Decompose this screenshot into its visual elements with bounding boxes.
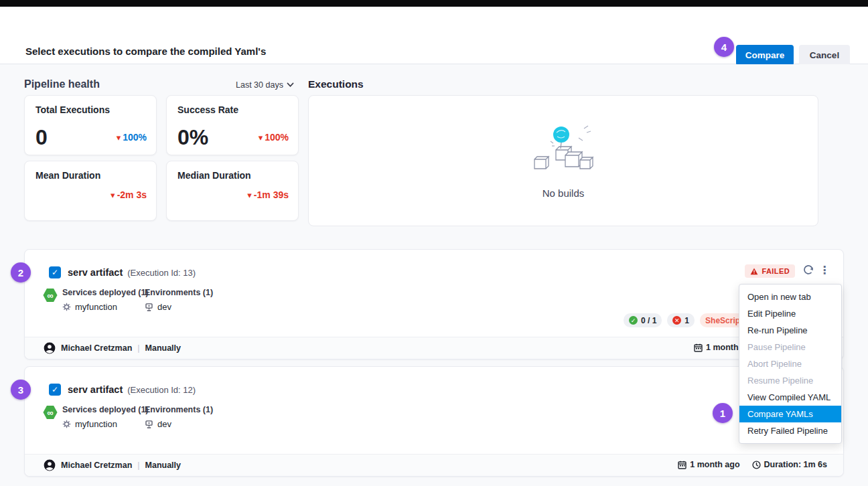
failed-count: 1	[684, 316, 689, 325]
menu-item-retry-failed-pipeline[interactable]: Retry Failed Pipeline	[739, 422, 841, 439]
environments-block: Environments (1) dev	[145, 288, 213, 312]
execution-title[interactable]: serv artifact (Execution Id: 13)	[68, 267, 196, 278]
author-name: Michael Cretzman	[61, 461, 132, 470]
execution-id: (Execution Id: 12)	[127, 385, 196, 395]
cancel-button[interactable]: Cancel	[799, 45, 850, 66]
divider: |	[137, 343, 139, 353]
page-header: Select executions to compare the compile…	[0, 7, 868, 64]
triangle-down-icon: ▾	[247, 191, 252, 199]
metric-delta-value: -2m 3s	[117, 189, 147, 200]
services-deployed-label: Services deployed (1)	[62, 405, 149, 414]
no-builds-label: No builds	[542, 187, 585, 199]
environments-label: Environments (1)	[145, 288, 213, 297]
services-deployed-block: Services deployed (1) myfunction	[62, 288, 149, 312]
metric-delta-value: -1m 39s	[254, 189, 289, 200]
page-title: Select executions to compare the compile…	[25, 46, 266, 57]
metric-delta: ▾ -2m 3s	[111, 189, 147, 200]
services-deployed-label: Services deployed (1)	[62, 288, 149, 297]
metric-value: 0	[35, 127, 48, 148]
gear-icon	[62, 420, 71, 428]
metric-delta: ▾ 100%	[117, 132, 147, 143]
executions-empty-panel: No builds	[308, 95, 818, 226]
service-name[interactable]: myfunction	[75, 302, 117, 312]
retry-icon[interactable]	[802, 263, 815, 278]
execution-id: (Execution Id: 13)	[127, 268, 196, 278]
top-black-bar	[0, 0, 868, 7]
environments-label: Environments (1)	[145, 405, 213, 414]
metric-value: 0%	[177, 127, 208, 148]
success-count-pill: ✓ 0 / 1	[624, 313, 662, 327]
pipeline-name: serv artifact	[68, 267, 123, 278]
triangle-down-icon: ▾	[117, 133, 121, 142]
environment-icon	[145, 303, 153, 311]
cross-circle-icon: ✕	[672, 316, 681, 325]
no-builds-illustration	[526, 123, 600, 179]
triangle-down-icon: ▾	[111, 191, 115, 199]
execution-footer: Michael Cretzman | Manually 1 month ago …	[25, 454, 843, 476]
trigger-type: Manually	[145, 461, 182, 470]
metric-card-success-rate: Success Rate 0% ▾ 100%	[166, 95, 299, 155]
failed-count-pill: ✕ 1	[667, 313, 695, 327]
stage-stats-row: ✓ 0 / 1 ✕ 1 SheScript	[624, 313, 748, 327]
chevron-down-icon	[287, 82, 294, 88]
environment-name[interactable]: dev	[157, 419, 171, 429]
avatar	[44, 342, 56, 354]
metric-delta-value: 100%	[123, 132, 147, 143]
pipeline-name: serv artifact	[68, 384, 123, 395]
annotation-badge-4: 4	[714, 37, 734, 57]
execution-footer: Michael Cretzman | Manually 1 month ago	[25, 337, 843, 359]
metric-label: Total Executions	[35, 104, 110, 115]
menu-item-view-compiled-yaml[interactable]: View Compiled YAML	[739, 389, 841, 406]
menu-item-open-in-new-tab[interactable]: Open in new tab	[739, 289, 841, 305]
annotation-badge-3: 3	[11, 380, 31, 400]
execution-title[interactable]: serv artifact (Execution Id: 12)	[68, 384, 196, 395]
annotation-badge-2: 2	[11, 262, 31, 282]
environment-name[interactable]: dev	[157, 302, 171, 312]
menu-item-abort-pipeline: Abort Pipeline	[739, 355, 841, 372]
metric-delta-value: 100%	[265, 132, 289, 143]
gear-icon	[62, 303, 71, 311]
metric-delta: ▾ 100%	[259, 132, 289, 143]
divider: |	[137, 461, 139, 470]
services-deployed-block: Services deployed (1) myfunction	[62, 405, 149, 429]
executions-title: Executions	[308, 78, 364, 90]
metric-label: Median Duration	[177, 170, 251, 181]
compare-button[interactable]: Compare	[736, 45, 794, 66]
execution-checkbox[interactable]: ✓	[49, 384, 61, 396]
avatar	[44, 459, 56, 471]
menu-item-compare-yamls[interactable]: Compare YAMLs	[739, 406, 841, 422]
menu-item-pause-pipeline: Pause Pipeline	[739, 339, 841, 355]
menu-item-edit-pipeline[interactable]: Edit Pipeline	[739, 305, 841, 322]
trigger-type: Manually	[145, 343, 182, 353]
clock-icon	[752, 461, 761, 469]
pipeline-health-title: Pipeline health	[24, 78, 100, 90]
environment-icon	[145, 420, 153, 428]
context-menu: Open in new tab Edit Pipeline Re-run Pip…	[739, 284, 842, 444]
triangle-down-icon: ▾	[259, 133, 263, 142]
environments-block: Environments (1) dev	[145, 405, 213, 429]
date-range-label: Last 30 days	[236, 80, 283, 90]
metric-label: Mean Duration	[35, 170, 100, 181]
status-label: FAILED	[762, 267, 790, 275]
cd-module-icon: ∞	[43, 288, 58, 303]
time-label: 1 month ago	[690, 460, 739, 469]
service-name[interactable]: myfunction	[75, 419, 117, 429]
success-count: 0 / 1	[641, 316, 656, 325]
metric-label: Success Rate	[177, 104, 238, 115]
cd-module-icon: ∞	[43, 405, 58, 420]
metric-delta: ▾ -1m 39s	[247, 189, 289, 200]
more-options-icon[interactable]: ⋮	[819, 262, 828, 278]
author-name: Michael Cretzman	[61, 343, 132, 353]
calendar-icon	[694, 343, 703, 352]
date-range-dropdown[interactable]: Last 30 days	[236, 80, 294, 90]
status-badge-failed: FAILED	[745, 264, 795, 278]
metric-card-total-executions: Total Executions 0 ▾ 100%	[24, 95, 157, 155]
execution-card-13[interactable]: ✓ serv artifact (Execution Id: 13) ∞ Ser…	[24, 249, 844, 359]
execution-checkbox[interactable]: ✓	[49, 266, 61, 278]
check-icon: ✓	[52, 268, 58, 277]
metric-card-median-duration: Median Duration ▾ -1m 39s	[166, 161, 299, 221]
annotation-badge-1: 1	[713, 403, 733, 423]
menu-item-rerun-pipeline[interactable]: Re-run Pipeline	[739, 322, 841, 339]
menu-item-resume-pipeline: Resume Pipeline	[739, 372, 841, 389]
calendar-icon	[678, 461, 686, 469]
